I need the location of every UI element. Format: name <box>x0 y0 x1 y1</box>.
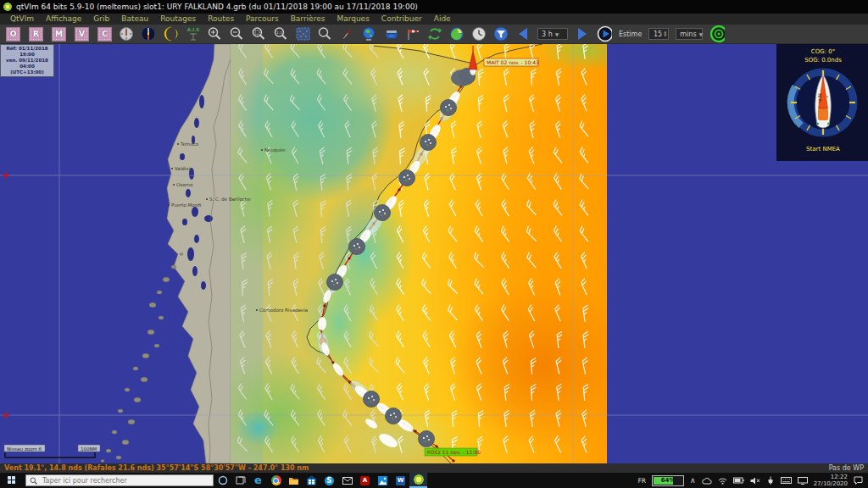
time-step-value: 3 h <box>542 30 553 38</box>
qtvlm-app-icon <box>3 3 12 11</box>
keyboard-icon[interactable] <box>781 477 792 484</box>
boat-measure-icon[interactable] <box>383 26 398 42</box>
chevron-down-icon: ▼ <box>555 31 559 37</box>
waypoint-status: Pas de WP <box>829 464 864 472</box>
chrome-icon[interactable] <box>267 473 285 488</box>
tray-clock[interactable]: 12:22 27/10/2020 <box>814 474 848 487</box>
notification-center-icon[interactable] <box>854 476 863 485</box>
menu-item-affichage[interactable]: Affichage <box>40 14 87 25</box>
tray-date: 27/10/2020 <box>814 480 848 487</box>
route-weather-badge <box>327 274 343 291</box>
display-icon[interactable] <box>798 477 808 485</box>
route-weather-badge <box>386 408 402 424</box>
grib-zone-select-icon[interactable] <box>295 26 310 42</box>
clock-icon[interactable] <box>471 26 487 42</box>
estime-value: 15 <box>654 30 662 38</box>
volume-muted-icon[interactable] <box>750 477 760 485</box>
grib-globe-icon[interactable] <box>449 26 465 42</box>
city-label: Comodoro Rivadavia <box>259 308 308 313</box>
wifi-icon[interactable] <box>718 477 727 485</box>
menu-item-grib[interactable]: Grib <box>87 14 115 25</box>
start-nmea-button[interactable]: Start NMEA <box>806 146 840 152</box>
menu-bar: QtVlmAffichageGribBateauRoutagesRoutesPa… <box>0 14 868 25</box>
needle-label: TRUE <box>818 93 822 104</box>
menu-item-marques[interactable]: Marques <box>331 14 375 25</box>
search-input[interactable] <box>41 476 197 485</box>
battery-widget[interactable]: 64% <box>652 475 684 486</box>
menu-item-barrières[interactable]: Barrières <box>285 14 331 25</box>
onedrive-cloud-icon[interactable] <box>702 477 712 485</box>
taskbar-search[interactable] <box>25 474 214 486</box>
grib-utc-offset: (UTC+13:00) <box>2 69 53 75</box>
cortana-icon[interactable] <box>214 473 231 488</box>
zoom-out-icon[interactable] <box>229 26 244 42</box>
tray-time: 12:22 <box>814 474 848 480</box>
windsock-icon[interactable] <box>405 26 420 42</box>
zoom-one-to-one-icon[interactable]: 1:1 <box>273 26 288 42</box>
view-profile-button-v[interactable]: V <box>75 27 89 42</box>
zoom-selection-icon[interactable] <box>251 26 266 42</box>
spin-arrows-icon[interactable]: ▲▼ <box>664 30 666 37</box>
qtvlm-taskbar-icon[interactable] <box>409 473 427 488</box>
view-profile-button-c[interactable]: C <box>97 27 112 42</box>
estime-spinbox[interactable]: 15 ▲▼ <box>648 28 669 40</box>
center-boat-button[interactable] <box>709 26 725 42</box>
menu-item-parcours[interactable]: Parcours <box>240 14 285 25</box>
menu-item-aide[interactable]: Aide <box>428 14 457 25</box>
word-icon[interactable]: W <box>392 473 409 488</box>
route-weather-badge <box>419 431 435 447</box>
tray-expand-icon[interactable]: ∧ <box>690 476 696 485</box>
power-plug-icon[interactable] <box>766 476 775 485</box>
acrobat-icon[interactable]: A <box>356 473 374 488</box>
route-weather-badge <box>399 170 415 186</box>
moon-icon[interactable] <box>163 26 178 42</box>
magnifier-icon[interactable] <box>317 26 332 42</box>
title-bar: qtVlm 64 bits 5.9-10 (meltemus) slot1: U… <box>0 0 868 14</box>
time-step-back-button[interactable] <box>515 26 531 42</box>
menu-item-bateau[interactable]: Bateau <box>115 14 154 25</box>
view-profile-button-o[interactable]: O <box>6 27 20 42</box>
zoom-in-icon[interactable] <box>207 26 222 42</box>
skype-icon[interactable]: S <box>320 473 338 488</box>
menu-item-qtvlm[interactable]: QtVlm <box>4 14 40 25</box>
compass-dial-icon[interactable] <box>141 26 156 42</box>
edge-icon[interactable]: e <box>249 473 267 488</box>
compass-needle-icon[interactable] <box>339 26 354 42</box>
ais-icon[interactable]: A.I.S <box>185 26 200 42</box>
time-step-forward-button[interactable] <box>575 26 590 42</box>
start-button[interactable] <box>0 473 24 488</box>
boat-label: MAIT 02 nov. - 10:43 <box>484 58 539 66</box>
compass-widget[interactable]: COG: 0° SOG: 0.0nds TRUE Start NMEA <box>776 44 868 161</box>
battery-tray-icon[interactable] <box>733 477 744 484</box>
view-profile-button-r[interactable]: R <box>29 27 43 42</box>
map-canvas[interactable]: TemucoValdiviaOsornoPuerto MonttS. C. de… <box>0 44 868 463</box>
qtvlm-window: qtVlm 64 bits 5.9-10 (meltemus) slot1: U… <box>0 0 868 488</box>
view-profile-button-m[interactable]: M <box>52 27 66 42</box>
city-label: Neuquén <box>264 147 286 153</box>
file-explorer-icon[interactable] <box>285 473 303 488</box>
profile-buttons: ORMVC <box>6 27 112 42</box>
route-weather-badge <box>441 100 457 116</box>
menu-item-routages[interactable]: Routages <box>154 14 202 25</box>
filter-funnel-icon[interactable] <box>493 26 509 42</box>
windows-taskbar: e S A W FR 64% ∧ 12:22 27/10/2020 <box>0 473 868 488</box>
search-icon <box>30 477 37 485</box>
store-icon[interactable] <box>303 473 320 488</box>
globe-icon[interactable] <box>361 26 376 42</box>
estime-unit-select[interactable]: mins▼ <box>676 28 703 40</box>
menu-item-contribuer[interactable]: Contribuer <box>376 14 428 25</box>
task-view-icon[interactable] <box>231 473 249 488</box>
svg-text:POS2 11 nov. - 11:00: POS2 11 nov. - 11:00 <box>427 449 481 455</box>
mail-icon[interactable] <box>338 473 356 488</box>
grib-ref-date: Réf: 01/11/2018 19:00 <box>2 46 53 58</box>
play-animation-button[interactable] <box>597 26 612 42</box>
status-bar: Vent 19.1°, 14.8 nds (Rafales 21.6 nds) … <box>0 463 868 473</box>
compass-card-icon[interactable] <box>119 26 134 42</box>
menu-item-routes[interactable]: Routes <box>202 14 240 25</box>
time-step-select[interactable]: 3 h▼ <box>537 28 568 40</box>
language-indicator[interactable]: FR <box>638 477 647 485</box>
refresh-grib-icon[interactable] <box>427 26 442 42</box>
sog-readout: SOG: 0.0nds <box>804 57 842 64</box>
photos-icon[interactable] <box>374 473 392 488</box>
windows-logo-icon <box>8 476 16 485</box>
